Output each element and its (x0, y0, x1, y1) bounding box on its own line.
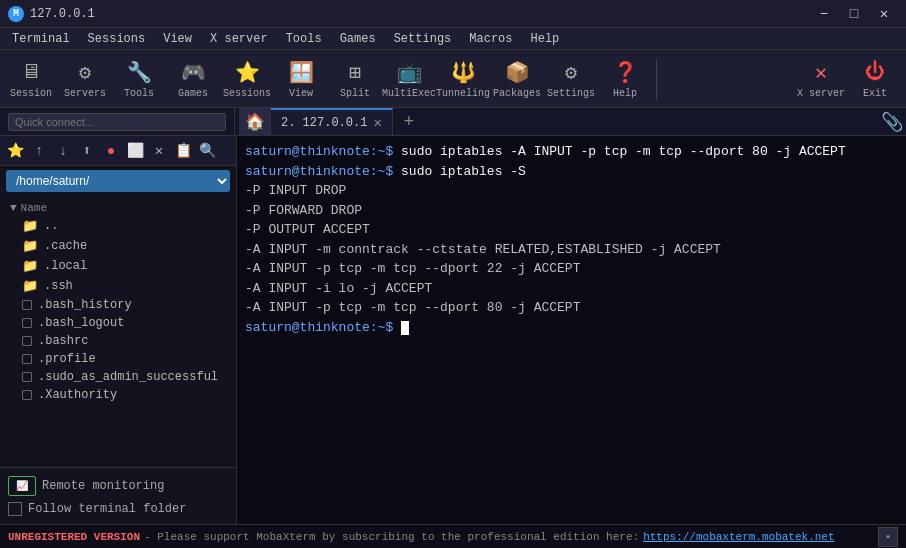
settings-label: Settings (547, 88, 595, 99)
folder-icon: 📁 (22, 278, 38, 294)
item-name: .bash_logout (38, 316, 124, 330)
toolbar-right: ✕ X server ⏻ Exit (796, 54, 900, 104)
list-item[interactable]: 📁 .ssh (0, 276, 236, 296)
session-label: Session (10, 88, 52, 99)
toolbar-tools[interactable]: 🔧 Tools (114, 54, 164, 104)
list-item[interactable]: .bashrc (0, 332, 236, 350)
unregistered-badge: UNREGISTERED VERSION (8, 531, 140, 543)
path-select[interactable]: /home/saturn/ (6, 170, 230, 192)
tab-1-label: 2. 127.0.0.1 (281, 116, 367, 130)
left-tb-red[interactable]: ● (100, 140, 122, 162)
terminal-line: -A INPUT -m conntrack --ctstate RELATED,… (245, 240, 898, 260)
file-icon (22, 300, 32, 310)
toolbar-view[interactable]: 🪟 View (276, 54, 326, 104)
toolbar: 🖥 Session ⚙ Servers 🔧 Tools 🎮 Games ⭐ Se… (0, 50, 906, 108)
toolbar-tunneling[interactable]: 🔱 Tunneling (438, 54, 488, 104)
menu-games[interactable]: Games (332, 30, 384, 48)
tab-home[interactable]: 🏠 (239, 108, 271, 135)
left-tb-copy[interactable]: 📋 (172, 140, 194, 162)
games-label: Games (178, 88, 208, 99)
tab-add-button[interactable]: + (393, 108, 425, 135)
tab-1[interactable]: 2. 127.0.0.1 ✕ (271, 108, 393, 135)
left-tb-star[interactable]: ⭐ (4, 140, 26, 162)
menu-help[interactable]: Help (523, 30, 568, 48)
item-name: .bashrc (38, 334, 88, 348)
list-item[interactable]: 📁 .. (0, 216, 236, 236)
toolbar-games[interactable]: 🎮 Games (168, 54, 218, 104)
left-tb-new[interactable]: ⬜ (124, 140, 146, 162)
terminal-line: -A INPUT -i lo -j ACCEPT (245, 279, 898, 299)
list-item[interactable]: 📁 .local (0, 256, 236, 276)
split-icon: ⊞ (341, 58, 369, 86)
quick-connect-input[interactable] (8, 113, 226, 131)
menu-macros[interactable]: Macros (461, 30, 520, 48)
toolbar-split[interactable]: ⊞ Split (330, 54, 380, 104)
toolbar-packages[interactable]: 📦 Packages (492, 54, 542, 104)
monitor-icon: 📈 (8, 476, 36, 496)
toolbar-divider (656, 59, 657, 99)
left-tb-search[interactable]: 🔍 (196, 140, 218, 162)
titlebar-left: M 127.0.0.1 (8, 6, 95, 22)
item-name: .Xauthority (38, 388, 117, 402)
tab-1-close[interactable]: ✕ (373, 114, 381, 131)
status-link[interactable]: https://mobaxterm.mobatek.net (643, 531, 834, 543)
view-label: View (289, 88, 313, 99)
games-icon: 🎮 (179, 58, 207, 86)
file-tree: ▼ Name 📁 .. 📁 .cache 📁 .local 📁 .ssh (0, 196, 236, 467)
minimize-button[interactable]: − (810, 0, 838, 28)
left-tb-down[interactable]: ↓ (52, 140, 74, 162)
menu-tools[interactable]: Tools (278, 30, 330, 48)
titlebar-controls: − □ ✕ (810, 0, 898, 28)
item-name: .cache (44, 239, 87, 253)
toolbar-xserver[interactable]: ✕ X server (796, 54, 846, 104)
left-tb-close[interactable]: ✕ (148, 140, 170, 162)
toolbar-sessions[interactable]: ⭐ Sessions (222, 54, 272, 104)
name-column-header: Name (21, 202, 47, 214)
statusbar-indicator[interactable]: ▪ (878, 527, 898, 547)
toolbar-exit[interactable]: ⏻ Exit (850, 54, 900, 104)
file-icon (22, 372, 32, 382)
xserver-icon: ✕ (807, 58, 835, 86)
file-icon (22, 390, 32, 400)
toolbar-servers[interactable]: ⚙ Servers (60, 54, 110, 104)
help-label: Help (613, 88, 637, 99)
list-item[interactable]: .profile (0, 350, 236, 368)
left-tb-up[interactable]: ↑ (28, 140, 50, 162)
titlebar-title: 127.0.0.1 (30, 7, 95, 21)
list-item[interactable]: .sudo_as_admin_successful (0, 368, 236, 386)
remote-monitoring-button[interactable]: 📈 Remote monitoring (8, 476, 228, 496)
terminal-prompt-line: saturn@thinknote:~$ (245, 318, 898, 338)
follow-terminal-checkbox[interactable]: Follow terminal folder (8, 502, 228, 516)
maximize-button[interactable]: □ (840, 0, 868, 28)
toolbar-settings[interactable]: ⚙ Settings (546, 54, 596, 104)
remote-monitoring-label: Remote monitoring (42, 479, 164, 493)
left-tb-home[interactable]: ⬆ (76, 140, 98, 162)
settings-gear-icon: ⚙ (557, 58, 585, 86)
tools-icon: 🔧 (125, 58, 153, 86)
close-button[interactable]: ✕ (870, 0, 898, 28)
quick-connect-area (0, 108, 235, 135)
toolbar-help[interactable]: ❓ Help (600, 54, 650, 104)
view-icon: 🪟 (287, 58, 315, 86)
list-item[interactable]: 📁 .cache (0, 236, 236, 256)
menu-view[interactable]: View (155, 30, 200, 48)
exit-icon: ⏻ (861, 58, 889, 86)
attach-button[interactable]: 📎 (878, 108, 906, 135)
xserver-label: X server (797, 88, 845, 99)
menu-settings[interactable]: Settings (386, 30, 460, 48)
list-item[interactable]: .Xauthority (0, 386, 236, 404)
menu-xserver[interactable]: X server (202, 30, 276, 48)
servers-label: Servers (64, 88, 106, 99)
toolbar-multiexec[interactable]: 📺 MultiExec (384, 54, 434, 104)
folder-icon: 📁 (22, 238, 38, 254)
item-name: .local (44, 259, 87, 273)
terminal-line: -P FORWARD DROP (245, 201, 898, 221)
terminal-line: -P INPUT DROP (245, 181, 898, 201)
list-item[interactable]: .bash_history (0, 296, 236, 314)
menu-terminal[interactable]: Terminal (4, 30, 78, 48)
terminal[interactable]: saturn@thinknote:~$ sudo iptables -A INP… (237, 136, 906, 524)
toolbar-session[interactable]: 🖥 Session (6, 54, 56, 104)
menu-sessions[interactable]: Sessions (80, 30, 154, 48)
menubar: Terminal Sessions View X server Tools Ga… (0, 28, 906, 50)
list-item[interactable]: .bash_logout (0, 314, 236, 332)
